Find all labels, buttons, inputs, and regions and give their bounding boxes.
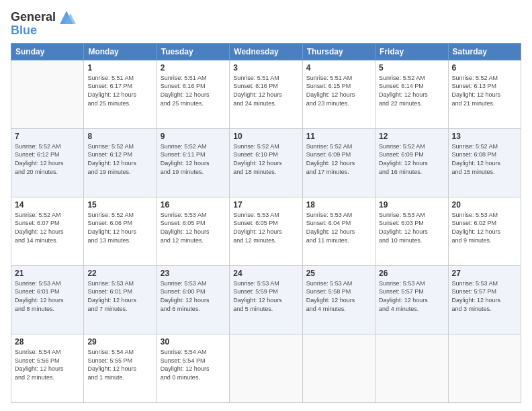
day-info: Sunrise: 5:54 AM Sunset: 5:54 PM Dayligh… <box>161 348 226 381</box>
calendar-week-row: 28Sunrise: 5:54 AM Sunset: 5:56 PM Dayli… <box>11 334 521 402</box>
day-number: 26 <box>379 269 444 278</box>
day-number: 20 <box>452 200 517 210</box>
calendar-cell <box>375 334 448 402</box>
day-info: Sunrise: 5:54 AM Sunset: 5:55 PM Dayligh… <box>87 348 152 381</box>
calendar-cell: 7Sunrise: 5:52 AM Sunset: 6:12 PM Daylig… <box>11 128 84 197</box>
day-number: 25 <box>306 269 371 278</box>
header: General Blue <box>11 8 521 38</box>
day-number: 24 <box>233 269 298 278</box>
calendar-cell: 10Sunrise: 5:52 AM Sunset: 6:10 PM Dayli… <box>230 128 302 197</box>
day-info: Sunrise: 5:52 AM Sunset: 6:14 PM Dayligh… <box>379 74 444 107</box>
day-number: 6 <box>452 63 517 73</box>
calendar-cell: 6Sunrise: 5:52 AM Sunset: 6:13 PM Daylig… <box>448 60 521 128</box>
calendar-cell: 5Sunrise: 5:52 AM Sunset: 6:14 PM Daylig… <box>375 60 448 128</box>
day-number: 8 <box>87 132 152 141</box>
day-number: 23 <box>161 269 226 278</box>
day-number: 22 <box>87 269 152 278</box>
calendar-cell: 28Sunrise: 5:54 AM Sunset: 5:56 PM Dayli… <box>11 334 84 402</box>
page: General Blue SundayMondayTuesdayWednesda… <box>0 0 532 411</box>
day-info: Sunrise: 5:53 AM Sunset: 5:58 PM Dayligh… <box>306 279 371 313</box>
day-info: Sunrise: 5:53 AM Sunset: 6:01 PM Dayligh… <box>15 279 80 313</box>
day-info: Sunrise: 5:52 AM Sunset: 6:10 PM Dayligh… <box>233 142 298 176</box>
day-number: 12 <box>379 132 444 141</box>
day-number: 7 <box>15 132 80 141</box>
day-info: Sunrise: 5:53 AM Sunset: 6:02 PM Dayligh… <box>452 211 517 244</box>
calendar-cell: 15Sunrise: 5:52 AM Sunset: 6:06 PM Dayli… <box>84 197 157 265</box>
day-number: 15 <box>87 200 152 210</box>
day-info: Sunrise: 5:54 AM Sunset: 5:56 PM Dayligh… <box>15 348 80 381</box>
day-info: Sunrise: 5:51 AM Sunset: 6:16 PM Dayligh… <box>161 74 226 107</box>
day-number: 18 <box>306 200 371 210</box>
day-info: Sunrise: 5:53 AM Sunset: 5:57 PM Dayligh… <box>379 279 444 313</box>
day-info: Sunrise: 5:53 AM Sunset: 6:05 PM Dayligh… <box>233 211 298 244</box>
calendar-week-row: 7Sunrise: 5:52 AM Sunset: 6:12 PM Daylig… <box>11 128 521 197</box>
day-number: 2 <box>161 63 226 73</box>
calendar-week-row: 14Sunrise: 5:52 AM Sunset: 6:07 PM Dayli… <box>11 197 521 265</box>
day-number: 5 <box>379 63 444 73</box>
day-number: 14 <box>15 200 80 210</box>
day-info: Sunrise: 5:51 AM Sunset: 6:16 PM Dayligh… <box>233 74 298 107</box>
calendar-cell: 4Sunrise: 5:51 AM Sunset: 6:15 PM Daylig… <box>302 60 375 128</box>
day-info: Sunrise: 5:51 AM Sunset: 6:17 PM Dayligh… <box>87 74 152 107</box>
weekday-header-sunday: Sunday <box>11 43 84 60</box>
calendar-cell: 23Sunrise: 5:53 AM Sunset: 6:00 PM Dayli… <box>157 265 229 334</box>
weekday-header-wednesday: Wednesday <box>230 43 302 60</box>
weekday-header-tuesday: Tuesday <box>157 43 229 60</box>
calendar-cell: 13Sunrise: 5:52 AM Sunset: 6:08 PM Dayli… <box>448 128 521 197</box>
calendar-cell: 24Sunrise: 5:53 AM Sunset: 5:59 PM Dayli… <box>230 265 302 334</box>
day-info: Sunrise: 5:52 AM Sunset: 6:11 PM Dayligh… <box>161 142 226 176</box>
day-info: Sunrise: 5:52 AM Sunset: 6:09 PM Dayligh… <box>379 142 444 176</box>
day-number: 4 <box>306 63 371 73</box>
calendar-cell <box>230 334 302 402</box>
logo-icon <box>57 8 76 27</box>
calendar-cell: 20Sunrise: 5:53 AM Sunset: 6:02 PM Dayli… <box>448 197 521 265</box>
calendar-cell: 26Sunrise: 5:53 AM Sunset: 5:57 PM Dayli… <box>375 265 448 334</box>
calendar-cell: 21Sunrise: 5:53 AM Sunset: 6:01 PM Dayli… <box>11 265 84 334</box>
day-number: 16 <box>161 200 226 210</box>
day-number: 28 <box>15 337 80 347</box>
calendar-cell: 29Sunrise: 5:54 AM Sunset: 5:55 PM Dayli… <box>84 334 157 402</box>
day-info: Sunrise: 5:52 AM Sunset: 6:08 PM Dayligh… <box>452 142 517 176</box>
day-info: Sunrise: 5:53 AM Sunset: 6:05 PM Dayligh… <box>161 211 226 244</box>
calendar-cell: 22Sunrise: 5:53 AM Sunset: 6:01 PM Dayli… <box>84 265 157 334</box>
calendar-cell: 1Sunrise: 5:51 AM Sunset: 6:17 PM Daylig… <box>84 60 157 128</box>
day-info: Sunrise: 5:53 AM Sunset: 6:04 PM Dayligh… <box>306 211 371 244</box>
calendar-cell: 9Sunrise: 5:52 AM Sunset: 6:11 PM Daylig… <box>157 128 229 197</box>
day-number: 3 <box>233 63 298 73</box>
day-info: Sunrise: 5:53 AM Sunset: 6:03 PM Dayligh… <box>379 211 444 244</box>
calendar-cell: 12Sunrise: 5:52 AM Sunset: 6:09 PM Dayli… <box>375 128 448 197</box>
calendar-week-row: 21Sunrise: 5:53 AM Sunset: 6:01 PM Dayli… <box>11 265 521 334</box>
weekday-header-thursday: Thursday <box>302 43 375 60</box>
day-number: 1 <box>87 63 152 73</box>
weekday-header-monday: Monday <box>84 43 157 60</box>
day-info: Sunrise: 5:52 AM Sunset: 6:13 PM Dayligh… <box>452 74 517 107</box>
calendar-cell <box>448 334 521 402</box>
calendar-cell: 19Sunrise: 5:53 AM Sunset: 6:03 PM Dayli… <box>375 197 448 265</box>
day-info: Sunrise: 5:52 AM Sunset: 6:09 PM Dayligh… <box>306 142 371 176</box>
day-number: 17 <box>233 200 298 210</box>
calendar-table: SundayMondayTuesdayWednesdayThursdayFrid… <box>11 43 521 403</box>
calendar-cell: 30Sunrise: 5:54 AM Sunset: 5:54 PM Dayli… <box>157 334 229 402</box>
weekday-header-friday: Friday <box>375 43 448 60</box>
day-info: Sunrise: 5:52 AM Sunset: 6:07 PM Dayligh… <box>15 211 80 244</box>
weekday-header-row: SundayMondayTuesdayWednesdayThursdayFrid… <box>11 43 521 60</box>
calendar-cell <box>11 60 84 128</box>
calendar-cell: 17Sunrise: 5:53 AM Sunset: 6:05 PM Dayli… <box>230 197 302 265</box>
day-number: 9 <box>161 132 226 141</box>
calendar-cell: 14Sunrise: 5:52 AM Sunset: 6:07 PM Dayli… <box>11 197 84 265</box>
calendar-cell <box>302 334 375 402</box>
day-info: Sunrise: 5:52 AM Sunset: 6:12 PM Dayligh… <box>15 142 80 176</box>
calendar-cell: 16Sunrise: 5:53 AM Sunset: 6:05 PM Dayli… <box>157 197 229 265</box>
day-number: 29 <box>87 337 152 347</box>
calendar-cell: 25Sunrise: 5:53 AM Sunset: 5:58 PM Dayli… <box>302 265 375 334</box>
logo-general: General <box>11 11 56 24</box>
calendar-cell: 11Sunrise: 5:52 AM Sunset: 6:09 PM Dayli… <box>302 128 375 197</box>
logo-blue: Blue <box>11 24 37 38</box>
day-number: 19 <box>379 200 444 210</box>
calendar-cell: 27Sunrise: 5:53 AM Sunset: 5:57 PM Dayli… <box>448 265 521 334</box>
calendar-cell: 2Sunrise: 5:51 AM Sunset: 6:16 PM Daylig… <box>157 60 229 128</box>
day-info: Sunrise: 5:52 AM Sunset: 6:06 PM Dayligh… <box>87 211 152 244</box>
day-info: Sunrise: 5:52 AM Sunset: 6:12 PM Dayligh… <box>87 142 152 176</box>
day-info: Sunrise: 5:53 AM Sunset: 6:01 PM Dayligh… <box>87 279 152 313</box>
logo: General Blue <box>11 8 76 38</box>
